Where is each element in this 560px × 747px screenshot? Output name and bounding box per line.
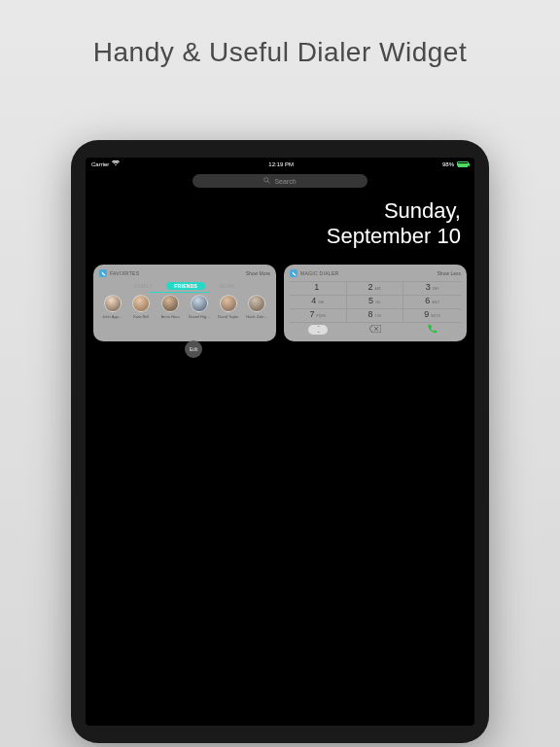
dialer-title: MAGIC DIALER <box>300 270 338 276</box>
app-icon <box>290 269 298 277</box>
tab-friends[interactable]: FRIENDS <box>166 282 205 290</box>
edit-label: Edit <box>190 346 198 352</box>
key-9[interactable]: 9WXYZ <box>403 308 461 322</box>
contact-item[interactable]: David Taylor <box>215 295 241 319</box>
key-digit: 4 <box>311 296 316 305</box>
status-bar: Carrier 12:19 PM 98% <box>86 158 474 170</box>
tab-underline <box>150 292 210 293</box>
contact-item[interactable]: Hank Zakr… <box>244 295 270 319</box>
device-frame: Carrier 12:19 PM 98% Search Sunday, Sept… <box>71 140 489 743</box>
contact-name: Anna Haro <box>161 314 180 319</box>
contact-item[interactable]: Anna Haro <box>158 295 184 319</box>
contact-name: David Taylor <box>218 314 239 319</box>
device-screen: Carrier 12:19 PM 98% Search Sunday, Sept… <box>86 158 474 726</box>
key-letters: MNO <box>432 301 439 304</box>
key-1[interactable]: 1 <box>290 281 347 295</box>
show-more-button[interactable]: Show More <box>246 270 270 276</box>
key-letters: ABC <box>374 287 381 291</box>
chevron-down-icon: ⌄ <box>317 330 320 334</box>
contact-item[interactable]: John App… <box>99 295 125 319</box>
show-less-button[interactable]: Show Less <box>438 270 461 276</box>
contact-item[interactable]: Daniel Hig… <box>186 295 212 319</box>
key-digit: 9 <box>424 309 429 319</box>
key-letters: PQRS <box>316 314 326 318</box>
edit-button[interactable]: Edit <box>185 340 202 358</box>
tab-family[interactable]: FAMILY <box>130 283 157 289</box>
key-digit: 2 <box>368 282 372 292</box>
dialer-widget: MAGIC DIALER Show Less 1 2ABC 3DEF 4GHI … <box>284 265 467 341</box>
key-digit: 7 <box>309 309 314 319</box>
key-digit: 1 <box>314 282 319 292</box>
search-bar[interactable]: Search <box>192 174 368 188</box>
contact-name: Hank Zakr… <box>246 314 267 319</box>
promo-title: Handy & Useful Dialer Widget <box>0 0 560 68</box>
backspace-button[interactable] <box>369 325 381 335</box>
battery-icon <box>457 161 469 166</box>
key-letters: GHI <box>318 301 324 304</box>
date-month-day: September 10 <box>327 224 461 249</box>
key-digit: 6 <box>425 296 430 305</box>
favorites-title: FAVORITES <box>110 270 139 276</box>
tab-work[interactable]: WORK <box>215 283 239 289</box>
app-icon <box>99 269 107 277</box>
search-icon <box>263 177 270 185</box>
key-5[interactable]: 5JKL <box>347 295 404 308</box>
svg-point-0 <box>264 178 268 182</box>
avatar <box>248 295 265 312</box>
contact-name: Daniel Hig… <box>189 314 210 319</box>
svg-line-1 <box>268 181 270 183</box>
key-digit: 3 <box>426 282 431 292</box>
widgets-row: FAVORITES Show More FAMILY FRIENDS WORK … <box>93 265 467 341</box>
date-display: Sunday, September 10 <box>327 198 461 249</box>
history-stepper[interactable]: ⌃⌄ <box>308 325 328 335</box>
avatar <box>161 295 179 312</box>
contacts-row: John App… Kate Bell Anna Haro Daniel Hig… <box>99 295 270 319</box>
avatar <box>132 295 150 312</box>
avatar <box>220 295 237 312</box>
key-digit: 5 <box>368 296 373 305</box>
key-3[interactable]: 3DEF <box>403 281 461 295</box>
key-letters: JKL <box>375 301 381 304</box>
search-placeholder: Search <box>274 178 296 185</box>
avatar <box>104 295 122 312</box>
key-6[interactable]: 6MNO <box>403 295 461 308</box>
avatar <box>191 295 208 312</box>
key-letters: WXYZ <box>431 314 440 318</box>
dialer-bottom-row: ⌃⌄ <box>290 322 461 336</box>
key-8[interactable]: 8TUV <box>347 308 404 322</box>
favorites-widget: FAVORITES Show More FAMILY FRIENDS WORK … <box>93 265 276 341</box>
carrier-label: Carrier <box>91 161 109 167</box>
key-2[interactable]: 2ABC <box>347 281 404 295</box>
key-7[interactable]: 7PQRS <box>290 308 347 322</box>
dialer-keypad: 1 2ABC 3DEF 4GHI 5JKL 6MNO 7PQRS 8TUV 9W… <box>290 281 461 322</box>
key-letters: DEF <box>433 287 439 291</box>
date-weekday: Sunday, <box>327 198 461 224</box>
clock: 12:19 PM <box>268 161 294 167</box>
key-4[interactable]: 4GHI <box>290 295 347 308</box>
key-digit: 8 <box>368 309 373 319</box>
wifi-icon <box>112 160 120 167</box>
battery-percent: 98% <box>442 161 454 167</box>
contact-item[interactable]: Kate Bell <box>128 295 155 319</box>
favorites-tabs: FAMILY FRIENDS WORK <box>99 281 270 291</box>
call-button[interactable] <box>428 324 438 336</box>
contact-name: Kate Bell <box>133 314 149 319</box>
key-letters: TUV <box>375 314 382 318</box>
contact-name: John App… <box>102 314 122 319</box>
